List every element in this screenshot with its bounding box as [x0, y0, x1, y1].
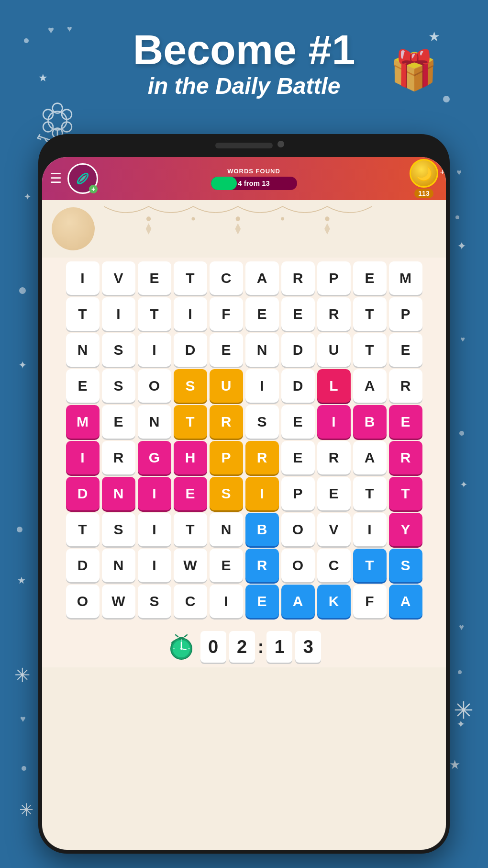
cell-1-8[interactable]: T	[353, 297, 387, 331]
cell-5-4[interactable]: P	[210, 441, 243, 474]
coin-plus-icon[interactable]: +	[440, 168, 445, 178]
cell-2-3[interactable]: D	[174, 333, 207, 367]
cell-1-6[interactable]: E	[281, 297, 315, 331]
cell-3-5[interactable]: I	[245, 369, 279, 403]
cell-5-3[interactable]: H	[174, 441, 207, 474]
cell-5-5[interactable]: R	[245, 441, 279, 474]
cell-0-7[interactable]: P	[317, 261, 351, 295]
cell-0-4[interactable]: C	[210, 261, 243, 295]
cell-4-5[interactable]: S	[245, 405, 279, 439]
cell-4-2[interactable]: N	[138, 405, 171, 439]
cell-3-0[interactable]: E	[66, 369, 100, 403]
cell-0-5[interactable]: A	[245, 261, 279, 295]
cell-5-7[interactable]: R	[317, 441, 351, 474]
cell-8-5[interactable]: R	[245, 549, 279, 582]
cell-2-5[interactable]: N	[245, 333, 279, 367]
cell-7-0[interactable]: T	[66, 513, 100, 546]
cell-1-0[interactable]: T	[66, 297, 100, 331]
cell-0-6[interactable]: R	[281, 261, 315, 295]
cell-9-6[interactable]: A	[281, 585, 315, 618]
cell-9-2[interactable]: S	[138, 585, 171, 618]
cell-7-6[interactable]: O	[281, 513, 315, 546]
cell-5-6[interactable]: E	[281, 441, 315, 474]
cell-6-8[interactable]: T	[353, 477, 387, 510]
cell-5-1[interactable]: R	[102, 441, 135, 474]
cell-1-1[interactable]: I	[102, 297, 135, 331]
cell-0-3[interactable]: T	[174, 261, 207, 295]
cell-1-2[interactable]: T	[138, 297, 171, 331]
cell-7-1[interactable]: S	[102, 513, 135, 546]
cell-4-9[interactable]: E	[389, 405, 422, 439]
cell-4-4[interactable]: R	[210, 405, 243, 439]
cell-6-9[interactable]: T	[389, 477, 422, 510]
cell-6-3[interactable]: E	[174, 477, 207, 510]
cell-1-7[interactable]: R	[317, 297, 351, 331]
cell-3-6[interactable]: D	[281, 369, 315, 403]
cell-3-4[interactable]: U	[210, 369, 243, 403]
coin-section[interactable]: 🌙 113 +	[410, 159, 438, 198]
cell-6-4[interactable]: S	[210, 477, 243, 510]
cell-3-9[interactable]: R	[389, 369, 422, 403]
cell-9-7[interactable]: K	[317, 585, 351, 618]
cell-7-3[interactable]: T	[174, 513, 207, 546]
cell-5-0[interactable]: I	[66, 441, 100, 474]
cell-2-2[interactable]: I	[138, 333, 171, 367]
cell-2-7[interactable]: U	[317, 333, 351, 367]
cell-6-1[interactable]: N	[102, 477, 135, 510]
cell-6-6[interactable]: P	[281, 477, 315, 510]
cell-9-4[interactable]: I	[210, 585, 243, 618]
cell-9-9[interactable]: A	[389, 585, 422, 618]
cell-8-9[interactable]: S	[389, 549, 422, 582]
feather-plus-icon[interactable]: +	[89, 185, 98, 193]
cell-1-9[interactable]: P	[389, 297, 422, 331]
cell-4-0[interactable]: M	[66, 405, 100, 439]
cell-3-3[interactable]: S	[174, 369, 207, 403]
cell-2-6[interactable]: D	[281, 333, 315, 367]
cell-8-4[interactable]: E	[210, 549, 243, 582]
cell-3-2[interactable]: O	[138, 369, 171, 403]
cell-2-8[interactable]: T	[353, 333, 387, 367]
cell-9-8[interactable]: F	[353, 585, 387, 618]
cell-7-2[interactable]: I	[138, 513, 171, 546]
cell-9-3[interactable]: C	[174, 585, 207, 618]
cell-9-5[interactable]: E	[245, 585, 279, 618]
cell-6-2[interactable]: I	[138, 477, 171, 510]
cell-3-1[interactable]: S	[102, 369, 135, 403]
menu-button[interactable]: ☰	[50, 172, 62, 185]
cell-5-9[interactable]: R	[389, 441, 422, 474]
cell-8-7[interactable]: C	[317, 549, 351, 582]
cell-9-1[interactable]: W	[102, 585, 135, 618]
feather-badge[interactable]: +	[67, 163, 98, 194]
cell-0-8[interactable]: E	[353, 261, 387, 295]
cell-6-7[interactable]: E	[317, 477, 351, 510]
cell-0-2[interactable]: E	[138, 261, 171, 295]
cell-6-0[interactable]: D	[66, 477, 100, 510]
cell-2-0[interactable]: N	[66, 333, 100, 367]
cell-1-4[interactable]: F	[210, 297, 243, 331]
cell-1-3[interactable]: I	[174, 297, 207, 331]
cell-5-8[interactable]: A	[353, 441, 387, 474]
cell-4-1[interactable]: E	[102, 405, 135, 439]
cell-3-8[interactable]: A	[353, 369, 387, 403]
cell-0-9[interactable]: M	[389, 261, 422, 295]
cell-4-8[interactable]: B	[353, 405, 387, 439]
cell-8-8[interactable]: T	[353, 549, 387, 582]
cell-4-7[interactable]: I	[317, 405, 351, 439]
cell-7-5[interactable]: B	[245, 513, 279, 546]
cell-8-3[interactable]: W	[174, 549, 207, 582]
cell-1-5[interactable]: E	[245, 297, 279, 331]
cell-5-2[interactable]: G	[138, 441, 171, 474]
cell-2-1[interactable]: S	[102, 333, 135, 367]
cell-0-1[interactable]: V	[102, 261, 135, 295]
cell-8-1[interactable]: N	[102, 549, 135, 582]
cell-7-7[interactable]: V	[317, 513, 351, 546]
cell-7-4[interactable]: N	[210, 513, 243, 546]
cell-4-6[interactable]: E	[281, 405, 315, 439]
cell-8-6[interactable]: O	[281, 549, 315, 582]
cell-9-0[interactable]: O	[66, 585, 100, 618]
cell-8-0[interactable]: D	[66, 549, 100, 582]
cell-2-4[interactable]: E	[210, 333, 243, 367]
cell-4-3[interactable]: T	[174, 405, 207, 439]
cell-7-8[interactable]: I	[353, 513, 387, 546]
cell-3-7[interactable]: L	[317, 369, 351, 403]
